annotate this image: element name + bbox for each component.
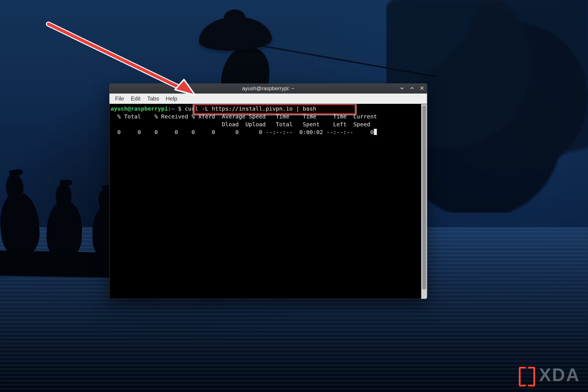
terminal-viewport[interactable]: ayush@raspberrypi:~ $ curl -L https://in… (109, 104, 421, 299)
menu-help[interactable]: Help (162, 94, 181, 103)
xda-watermark-text: XDA (539, 365, 580, 385)
prompt-path: ~ (171, 105, 175, 112)
close-icon (420, 86, 424, 90)
curl-row: 0 0 0 0 0 0 0 0 --:--:-- 0:00:02 --:--:-… (111, 129, 374, 136)
menu-file[interactable]: File (112, 94, 127, 103)
terminal-cursor (374, 129, 377, 135)
prompt-sigil: $ (175, 105, 185, 112)
curl-header-1: % Total % Received % Xferd Average Speed… (111, 113, 377, 120)
xda-bracket-icon (519, 367, 535, 383)
terminal-window: ayush@raspberrypi: ~ File Edit Tabs Help… (109, 83, 427, 299)
minimize-button[interactable] (400, 86, 405, 92)
menu-edit[interactable]: Edit (127, 94, 144, 103)
curl-header-2: Dload Upload Total Spent Left Speed (111, 121, 370, 128)
xda-watermark: XDA (519, 365, 580, 385)
window-titlebar[interactable]: ayush@raspberrypi: ~ (109, 84, 427, 94)
maximize-button[interactable] (410, 86, 415, 92)
menu-tabs[interactable]: Tabs (144, 94, 162, 103)
terminal-scrollbar[interactable] (421, 104, 427, 299)
menubar: File Edit Tabs Help (109, 94, 427, 104)
window-title: ayush@raspberrypi: ~ (242, 85, 295, 92)
chevron-down-icon (400, 86, 405, 91)
prompt-command: curl -L https://install.pivpn.io | bash (185, 105, 316, 112)
prompt-user-host: ayush@raspberrypi (111, 105, 168, 112)
close-button[interactable] (420, 86, 424, 91)
chevron-up-icon (410, 86, 415, 91)
prompt-separator: : (168, 105, 171, 112)
